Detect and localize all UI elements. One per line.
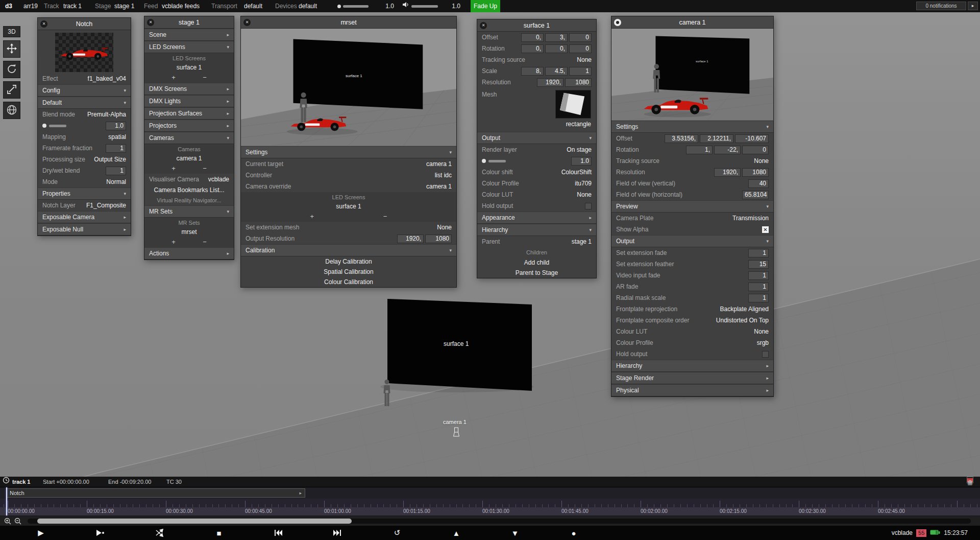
- camera-item-camera-1[interactable]: camera 1: [144, 153, 234, 163]
- opacity-value-field[interactable]: 1.0: [106, 122, 126, 130]
- next-track-button[interactable]: ▼: [509, 527, 521, 539]
- remove-icon[interactable]: −: [203, 238, 207, 246]
- camera-bookmarks-list-button[interactable]: Camera Bookmarks List...: [144, 185, 234, 195]
- stage-menu-value[interactable]: stage 1: [114, 0, 134, 12]
- current-target-select[interactable]: camera 1: [426, 160, 452, 168]
- mapping-select[interactable]: spatial: [108, 133, 126, 140]
- opacity-slider[interactable]: [49, 125, 66, 127]
- frontplate-reprojection-select[interactable]: Backplate Aligned: [720, 306, 769, 313]
- default-section-header[interactable]: Default▾: [38, 97, 131, 109]
- set-extension-feather-field[interactable]: 15: [748, 260, 769, 269]
- appearance-section-header[interactable]: Appearance▸: [477, 212, 596, 224]
- fov-horizontal-field[interactable]: 65.8104: [742, 191, 769, 199]
- led-screen-item-surface-1[interactable]: surface 1: [144, 62, 234, 73]
- dmx-screens-section-header[interactable]: DMX Screens▸: [144, 83, 234, 95]
- move-tool-button[interactable]: [3, 40, 20, 58]
- parent-select[interactable]: stage 1: [572, 238, 592, 245]
- feed-menu-label[interactable]: Feed: [144, 0, 158, 12]
- master-level-handle[interactable]: [337, 5, 341, 8]
- notifications-expand-icon[interactable]: ▸: [968, 2, 978, 10]
- vr-navigator-button[interactable]: Virtual Reality Navigator...: [144, 195, 234, 205]
- output-resolution-width-field[interactable]: 1920,: [397, 234, 424, 243]
- cameras-section-header[interactable]: Cameras▾: [144, 132, 234, 144]
- notch-effect-thumbnail[interactable]: [55, 33, 113, 72]
- offset-x-field[interactable]: 3.53156,: [665, 134, 698, 143]
- layer-expand-icon[interactable]: ▸: [299, 489, 302, 497]
- render-layer-select[interactable]: On stage: [567, 146, 592, 153]
- stage-render-section-header[interactable]: Stage Render▸: [611, 372, 773, 384]
- tracking-source-select[interactable]: None: [577, 56, 592, 63]
- remove-icon[interactable]: −: [203, 165, 207, 172]
- scale-tool-button[interactable]: [3, 81, 20, 99]
- offset-x-field[interactable]: 0,: [521, 33, 544, 42]
- brightness-slider-handle[interactable]: [482, 159, 486, 163]
- zoom-in-icon[interactable]: [4, 518, 11, 526]
- hold-output-checkbox[interactable]: [762, 351, 769, 358]
- rotation-y-field[interactable]: 0,: [545, 44, 568, 53]
- projection-surfaces-section-header[interactable]: Projection Surfaces▸: [144, 107, 234, 120]
- output-section-header[interactable]: Output▾: [477, 132, 596, 144]
- dmx-lights-section-header[interactable]: DMX Lights▸: [144, 95, 234, 107]
- dry-wet-blend-field[interactable]: 1: [106, 167, 126, 175]
- opacity-slider-handle[interactable]: [42, 124, 46, 128]
- set-extension-fade-field[interactable]: 1: [748, 249, 769, 257]
- add-icon[interactable]: +: [310, 213, 314, 220]
- colour-profile-select[interactable]: srgb: [757, 339, 769, 346]
- led-screens-section-header[interactable]: LED Screens▾: [144, 41, 234, 53]
- exposable-null-section-header[interactable]: Exposable Null▸: [38, 223, 131, 236]
- stage-menu-label[interactable]: Stage: [95, 0, 111, 12]
- set-extension-mesh-select[interactable]: None: [437, 224, 452, 231]
- zoom-out-icon[interactable]: [14, 518, 21, 526]
- d3-logo[interactable]: d3: [5, 0, 12, 12]
- resolution-width-field[interactable]: 1920,: [537, 78, 564, 87]
- projectors-section-header[interactable]: Projectors▸: [144, 120, 234, 132]
- track-menu-value[interactable]: track 1: [63, 0, 82, 12]
- remove-icon[interactable]: −: [203, 74, 207, 81]
- fade-up-button[interactable]: Fade Up: [471, 0, 500, 12]
- play-button[interactable]: ▶: [35, 527, 47, 539]
- colour-calibration-button[interactable]: Colour Calibration: [241, 277, 456, 287]
- clock-icon[interactable]: [3, 477, 10, 487]
- colour-profile-select[interactable]: itu709: [575, 180, 592, 187]
- loop-section-icon[interactable]: [154, 527, 166, 539]
- camera-preview-viewport[interactable]: surface 1: [611, 29, 773, 121]
- return-to-start-button[interactable]: ↺: [391, 527, 403, 539]
- config-section-header[interactable]: Config▾: [38, 84, 131, 97]
- 3d-mode-button[interactable]: 3D: [3, 26, 20, 37]
- resolution-width-field[interactable]: 1920,: [714, 168, 741, 177]
- mesh-name[interactable]: rectangle: [566, 121, 591, 128]
- close-icon[interactable]: ✕: [40, 20, 47, 28]
- frontplate-composite-order-select[interactable]: Undistorted On Top: [716, 317, 769, 324]
- camera-gizmo-label[interactable]: camera 1: [443, 419, 467, 425]
- layers-icon[interactable]: ▦: [967, 477, 973, 483]
- devices-menu-label[interactable]: Devices: [275, 0, 297, 12]
- output-section-header[interactable]: Output▾: [611, 235, 773, 247]
- delay-calibration-button[interactable]: Delay Calibration: [241, 256, 456, 267]
- timeline-scrollbar-thumb[interactable]: [37, 519, 352, 524]
- timeline-scrollbar-track[interactable]: [28, 519, 971, 524]
- camera-plate-select[interactable]: Transmission: [732, 215, 769, 222]
- hierarchy-section-header[interactable]: Hierarchy▾: [477, 224, 596, 236]
- notifications-button[interactable]: 0 notifications: [916, 2, 966, 10]
- mode-select[interactable]: Normal: [106, 178, 126, 185]
- actions-section-header[interactable]: Actions▸: [144, 247, 234, 260]
- rotate-tool-button[interactable]: [3, 61, 20, 78]
- camera-panel-titlebar[interactable]: camera 1: [611, 16, 773, 29]
- video-input-fade-field[interactable]: 1: [748, 271, 769, 280]
- offset-z-field[interactable]: -10.607: [735, 134, 769, 143]
- transport-menu-value[interactable]: default: [244, 0, 262, 12]
- radial-mask-scale-field[interactable]: 1: [748, 294, 769, 302]
- settings-section-header[interactable]: Settings▾: [611, 121, 773, 133]
- mrset-panel-titlebar[interactable]: ✕ mrset: [241, 16, 456, 29]
- previous-track-button[interactable]: ▲: [450, 527, 462, 539]
- calibration-section-header[interactable]: Calibration▾: [241, 244, 456, 256]
- parent-to-stage-button[interactable]: Parent to Stage: [477, 268, 596, 278]
- rotation-x-field[interactable]: 1,: [686, 146, 713, 154]
- preview-section-header[interactable]: Preview▾: [611, 200, 773, 213]
- previous-section-button[interactable]: [272, 527, 284, 539]
- scale-x-field[interactable]: 8,: [521, 67, 544, 76]
- feed-menu-value[interactable]: vcblade feeds: [162, 0, 200, 12]
- globe-tool-button[interactable]: [3, 102, 20, 119]
- fov-vertical-field[interactable]: 40: [748, 179, 769, 188]
- transport-menu-label[interactable]: Transport: [211, 0, 237, 12]
